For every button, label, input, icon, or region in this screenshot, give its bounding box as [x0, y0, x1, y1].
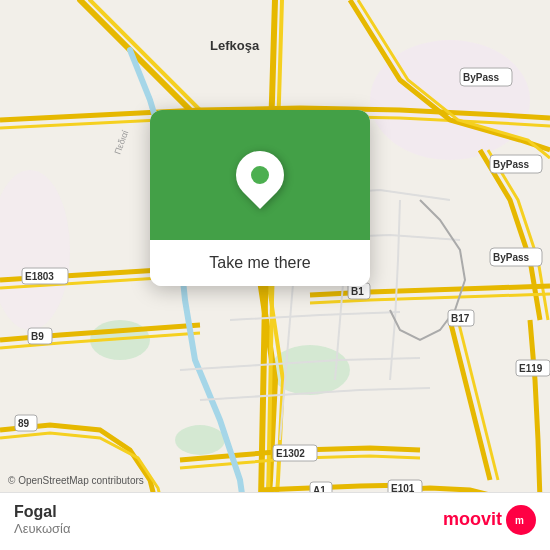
svg-text:E119: E119 — [519, 363, 543, 374]
take-me-there-button[interactable]: Take me there — [166, 254, 354, 272]
card-button-section: Take me there — [150, 240, 370, 286]
svg-text:B17: B17 — [451, 313, 470, 324]
copyright-text: © OpenStreetMap contributors — [8, 475, 144, 486]
svg-text:E1302: E1302 — [276, 448, 305, 459]
svg-text:ByPass: ByPass — [493, 252, 530, 263]
moovit-text: moovit — [443, 509, 502, 530]
svg-text:E1803: E1803 — [25, 271, 54, 282]
svg-point-3 — [175, 425, 225, 455]
map-container: Lefkoşa ByPass ByPass ByPass E1803 B9 B1… — [0, 0, 550, 550]
svg-text:ByPass: ByPass — [463, 72, 500, 83]
location-card: Take me there — [150, 110, 370, 286]
svg-text:ByPass: ByPass — [493, 159, 530, 170]
card-map-section — [150, 110, 370, 240]
moovit-logo: moovit m — [443, 505, 536, 535]
svg-text:B9: B9 — [31, 331, 44, 342]
place-name: Fogal — [14, 503, 71, 521]
svg-text:B1: B1 — [351, 286, 364, 297]
svg-text:89: 89 — [18, 418, 30, 429]
svg-text:m: m — [515, 515, 524, 526]
place-info: Fogal Λευκωσία — [14, 503, 71, 536]
place-city: Λευκωσία — [14, 521, 71, 536]
svg-text:Lefkoşa: Lefkoşa — [210, 38, 260, 53]
pin-inner — [251, 166, 269, 184]
moovit-icon: m — [506, 505, 536, 535]
bottom-bar: Fogal Λευκωσία moovit m — [0, 492, 550, 550]
map-pin-icon — [226, 141, 294, 209]
